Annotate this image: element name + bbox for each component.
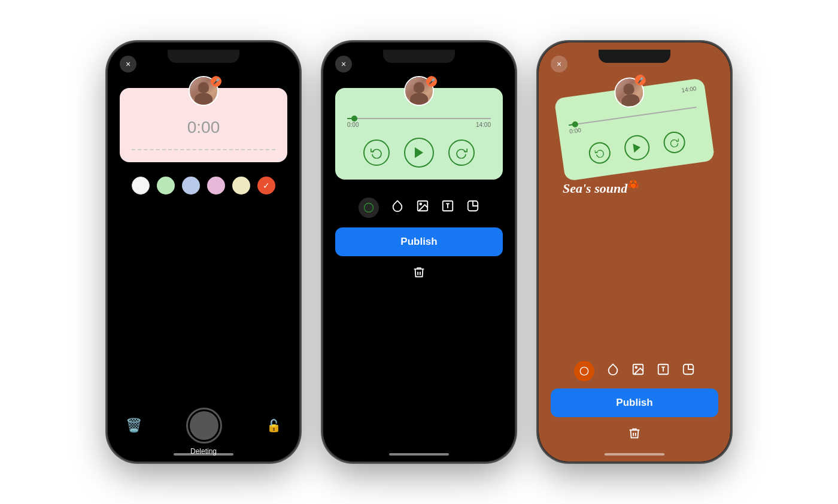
phone1-main-content: 🎤 0:00 ✓ bbox=[108, 76, 299, 462]
phone3-drop-icon bbox=[606, 363, 620, 376]
circle-icon bbox=[363, 202, 374, 213]
phone3-time-end-top: 14:00 bbox=[681, 85, 697, 93]
phone3-progress-fill bbox=[569, 124, 575, 126]
svg-point-9 bbox=[580, 367, 588, 375]
phone2-sticker-tool[interactable] bbox=[466, 199, 479, 216]
phone3-publish-button[interactable]: Publish bbox=[551, 388, 718, 417]
phone1-audio-card: 🎤 0:00 bbox=[120, 88, 287, 162]
phone2-image-tool[interactable] bbox=[416, 199, 429, 216]
phone1-notch bbox=[171, 51, 236, 63]
phone2-notch bbox=[386, 51, 452, 63]
phone3-rewind-icon bbox=[594, 147, 605, 158]
phone1-mic-icon: 🎤 bbox=[213, 78, 220, 84]
phone3-sticker-tool[interactable] bbox=[682, 363, 695, 379]
phone2-home-indicator bbox=[389, 453, 449, 456]
phone2-time-end: 14:00 bbox=[476, 122, 491, 128]
phone2-progress-track bbox=[347, 118, 491, 119]
phone3-notch bbox=[602, 51, 667, 63]
phone2-trash-button[interactable] bbox=[412, 266, 426, 283]
play-icon bbox=[412, 145, 426, 160]
color-yellow[interactable] bbox=[232, 177, 250, 195]
phone1-time-display: 0:00 bbox=[187, 118, 220, 137]
phone3-forward-icon bbox=[669, 137, 680, 148]
sticker-icon bbox=[466, 199, 479, 212]
rewind-icon bbox=[371, 147, 382, 159]
phone3-home-indicator bbox=[605, 453, 664, 456]
phone1-home-indicator bbox=[174, 453, 233, 456]
phone3-screen: × 🎤 14:00 bbox=[539, 42, 730, 462]
phone2-play-button[interactable] bbox=[404, 138, 434, 168]
phone1-record-inner bbox=[190, 411, 218, 440]
phone2-toolbar bbox=[359, 198, 479, 218]
phone2-rewind-button[interactable] bbox=[363, 139, 390, 166]
phone1-trash-icon: 🗑️ bbox=[126, 418, 142, 433]
svg-marker-8 bbox=[633, 142, 641, 152]
phone-2: × 🎤 bbox=[323, 42, 515, 462]
phone3-text-tool[interactable] bbox=[657, 363, 670, 379]
phone1-screen: × 🎤 0:00 ✓ bbox=[108, 42, 299, 462]
phone1-lock-icon: 🔓 bbox=[266, 418, 281, 433]
svg-marker-0 bbox=[415, 147, 423, 158]
phone1-color-selector: ✓ bbox=[132, 177, 275, 195]
phone2-close-button[interactable]: × bbox=[335, 56, 352, 72]
phone2-progress-container[interactable]: 0:00 14:00 bbox=[347, 118, 491, 128]
phone2-progress-fill bbox=[347, 118, 354, 119]
phone2-audio-card: 🎤 0:00 14:00 bbox=[335, 88, 503, 180]
phone3-rewind-button[interactable] bbox=[588, 141, 612, 165]
image-icon bbox=[416, 199, 429, 212]
phone3-text-icon bbox=[657, 363, 670, 376]
color-white[interactable] bbox=[132, 177, 150, 195]
phone3-mic-icon: 🎤 bbox=[636, 77, 643, 83]
drop-icon bbox=[391, 199, 404, 212]
phone2-time-labels: 0:00 14:00 bbox=[347, 122, 491, 128]
phone2-mic-badge: 🎤 bbox=[426, 76, 437, 87]
phone1-bottom-bar: 🗑️ 🔓 bbox=[108, 408, 299, 444]
phone3-crab-emoji: 🦀 bbox=[627, 178, 639, 190]
text-icon bbox=[441, 199, 454, 212]
phone3-caption-text: Sea's sound bbox=[563, 181, 627, 196]
phone3-circle-icon bbox=[579, 366, 589, 376]
phone2-circle-tool[interactable] bbox=[359, 198, 379, 218]
phone2-playback-controls bbox=[363, 138, 475, 168]
phone-1: × 🎤 0:00 ✓ bbox=[108, 42, 299, 462]
color-blue[interactable] bbox=[182, 177, 200, 195]
phone2-forward-button[interactable] bbox=[448, 139, 475, 166]
svg-point-1 bbox=[365, 204, 374, 212]
phone2-time-start: 0:00 bbox=[347, 122, 359, 128]
svg-point-3 bbox=[420, 203, 421, 205]
phone1-close-button[interactable]: × bbox=[120, 56, 136, 72]
svg-point-11 bbox=[635, 366, 637, 368]
phone2-screen: × 🎤 bbox=[323, 42, 515, 462]
color-pink[interactable] bbox=[207, 177, 225, 195]
phone3-close-button[interactable]: × bbox=[551, 56, 567, 72]
phone3-toolbar bbox=[574, 361, 695, 381]
phone3-play-icon bbox=[630, 141, 644, 154]
phone3-circle-tool[interactable] bbox=[574, 361, 594, 381]
phone1-record-button[interactable] bbox=[186, 408, 222, 444]
phone2-text-tool[interactable] bbox=[441, 199, 454, 216]
phone1-waveform bbox=[132, 149, 275, 150]
forward-icon bbox=[456, 147, 467, 159]
phone1-mic-badge: 🎤 bbox=[211, 76, 221, 87]
phone2-publish-button[interactable]: Publish bbox=[335, 227, 503, 256]
phone3-audio-card: 🎤 14:00 0:00 bbox=[554, 78, 715, 181]
phone3-trash-button[interactable] bbox=[628, 427, 641, 444]
phone2-progress-dot bbox=[351, 116, 357, 122]
color-orange-selected[interactable]: ✓ bbox=[257, 177, 275, 195]
phone3-time-start: 0:00 bbox=[569, 126, 582, 135]
phone3-image-tool[interactable] bbox=[631, 363, 645, 379]
phone2-main-content: 🎤 0:00 14:00 bbox=[323, 76, 515, 462]
phone2-trash-icon bbox=[412, 266, 426, 279]
color-green[interactable] bbox=[157, 177, 175, 195]
phone3-bottom-bar: Publish bbox=[539, 361, 730, 444]
phone3-play-button[interactable] bbox=[623, 133, 651, 162]
phone1-delete-area[interactable]: 🗑️ bbox=[126, 418, 142, 433]
phone3-image-icon bbox=[631, 363, 645, 376]
phone2-drop-tool[interactable] bbox=[391, 199, 404, 216]
phone3-caption-container: Sea's sound 🦀 bbox=[563, 181, 627, 196]
phone3-forward-button[interactable] bbox=[662, 130, 687, 155]
phone3-sticker-icon bbox=[682, 363, 695, 376]
phone2-mic-icon: 🎤 bbox=[429, 78, 435, 84]
phone3-playback-controls bbox=[587, 129, 687, 167]
phone3-drop-tool[interactable] bbox=[606, 363, 620, 379]
